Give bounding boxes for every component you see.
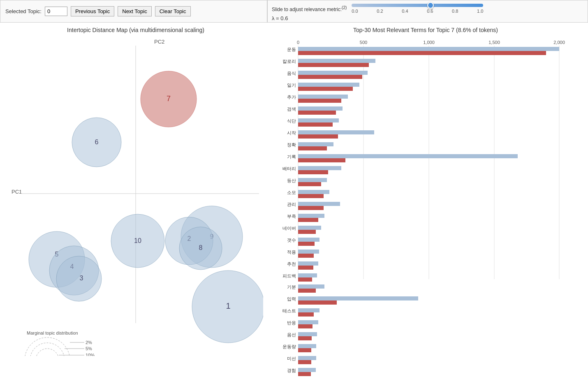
bar-selected-5 [298, 111, 336, 115]
svg-text:운동: 운동 [287, 47, 296, 52]
svg-text:1,500: 1,500 [488, 40, 500, 45]
bar-selected-1 [298, 63, 369, 67]
right-panel: Top-30 Most Relevant Terms for Topic 7 (… [267, 23, 588, 379]
svg-text:피드백: 피드백 [282, 273, 296, 278]
left-panel: Intertopic Distance Map (via multidimens… [0, 23, 267, 379]
bar-overall-7 [298, 130, 374, 134]
bar-overall-5 [298, 106, 343, 111]
svg-text:기분: 기분 [287, 284, 296, 289]
svg-text:부족: 부족 [287, 214, 296, 219]
bar-chart-svg2: 기분 입력 테스트 반응 음선 운동량 미선 [271, 282, 567, 377]
bar-selected-8 [298, 146, 327, 150]
bar-overall-25 [298, 344, 316, 348]
bar-overall-0 [298, 47, 559, 51]
bar-selected-23 [298, 324, 313, 328]
svg-text:추가: 추가 [287, 95, 296, 99]
bar-overall-3 [298, 83, 359, 87]
bar-selected-10 [298, 170, 328, 174]
bar-selected-4 [298, 99, 341, 103]
bar-overall-6 [298, 118, 339, 122]
bar-selected-22 [298, 312, 314, 317]
svg-text:시작: 시작 [287, 130, 296, 135]
bar-selected-7 [298, 134, 338, 139]
svg-text:1,000: 1,000 [423, 40, 435, 45]
svg-text:갯수: 갯수 [287, 238, 296, 243]
topic-circle-3[interactable] [56, 256, 102, 301]
bar-selected-3 [298, 87, 353, 91]
bar-chart-svg: 0 500 1,000 1,500 2,000 운동 칼로리 음식 [271, 37, 567, 287]
bar-selected-26 [298, 360, 311, 364]
bar-selected-25 [298, 348, 311, 352]
topic-label-10: 10 [134, 237, 141, 244]
bar-overall-12 [298, 190, 329, 194]
svg-text:2,000: 2,000 [553, 40, 565, 45]
map-container: PC2 PC1 7 6 10 9 [8, 35, 263, 315]
topic-label-1: 1 [226, 301, 230, 310]
bar-selected-6 [298, 122, 333, 127]
bar-selected-13 [298, 206, 324, 210]
bar-overall-13 [298, 202, 340, 206]
svg-text:운동량: 운동량 [282, 344, 296, 349]
svg-text:적용: 적용 [287, 250, 296, 254]
slider-thumb[interactable] [427, 2, 434, 9]
topic-input[interactable] [45, 7, 67, 16]
svg-text:입력: 입력 [287, 296, 296, 301]
svg-text:추천: 추천 [287, 261, 296, 266]
svg-text:일기: 일기 [287, 83, 296, 88]
svg-text:0: 0 [297, 40, 299, 45]
bar-selected-19 [298, 277, 312, 282]
next-topic-button[interactable]: Next Topic [118, 6, 151, 16]
topic-label-3: 3 [80, 275, 83, 282]
slider-label: Slide to adjust relevance metric:(2) [272, 5, 347, 12]
bar-overall-15 [298, 226, 321, 230]
bar-overall-20 [298, 284, 324, 289]
top-bar: Selected Topic: Previous Topic Next Topi… [0, 0, 267, 23]
topic-label-7: 7 [167, 95, 171, 103]
svg-text:식단: 식단 [287, 118, 296, 123]
svg-text:네이버: 네이버 [282, 226, 296, 231]
bar-selected-21 [298, 300, 337, 305]
bar-overall-21 [298, 296, 418, 300]
slider-track[interactable] [352, 4, 483, 7]
svg-text:500: 500 [360, 40, 367, 45]
marginal-circle-small [36, 349, 59, 356]
bar-selected-11 [298, 182, 321, 186]
bar-overall-19 [298, 273, 317, 277]
prev-topic-button[interactable]: Previous Topic [71, 6, 114, 16]
bar-selected-0 [298, 51, 546, 55]
lambda-value: λ = 0.6 [272, 15, 579, 21]
marginal-label-5pct: 5% [86, 346, 92, 351]
bar-overall-11 [298, 178, 327, 182]
bar-selected-9 [298, 158, 345, 162]
bar-overall-14 [298, 214, 324, 218]
bar-selected-15 [298, 230, 316, 234]
bar-overall-2 [298, 71, 368, 75]
svg-text:경험: 경험 [287, 368, 296, 373]
svg-text:정확: 정확 [287, 142, 296, 147]
svg-text:음식: 음식 [287, 71, 296, 76]
topic-label-8: 8 [199, 244, 203, 251]
bar-selected-12 [298, 194, 324, 198]
bar-overall-26 [298, 356, 316, 360]
bar-overall-16 [298, 238, 319, 242]
svg-text:기록: 기록 [287, 154, 296, 159]
marginal-label-2pct: 2% [86, 340, 92, 345]
pc2-label: PC2 [154, 39, 164, 45]
bar-overall-4 [298, 95, 348, 99]
svg-text:배터리: 배터리 [282, 166, 296, 171]
slider-ticks: 0.0 0.2 0.4 0.6 0.8 1.0 [352, 9, 483, 14]
svg-text:테스트: 테스트 [282, 308, 296, 313]
bar-selected-14 [298, 218, 318, 222]
clear-topic-button[interactable]: Clear Topic [155, 6, 191, 16]
pc1-label: PC1 [12, 189, 22, 195]
marginal-title: Marginal topic distribution [27, 330, 78, 335]
bar-overall-8 [298, 142, 333, 146]
bar-overall-23 [298, 320, 318, 324]
svg-text:반응: 반응 [287, 320, 296, 325]
bar-overall-22 [298, 308, 319, 312]
svg-text:관리: 관리 [287, 202, 296, 207]
svg-text:칼로리: 칼로리 [282, 59, 296, 64]
bar-selected-16 [298, 242, 315, 246]
svg-text:등산: 등산 [287, 178, 296, 183]
selected-topic-label: Selected Topic: [5, 8, 42, 14]
